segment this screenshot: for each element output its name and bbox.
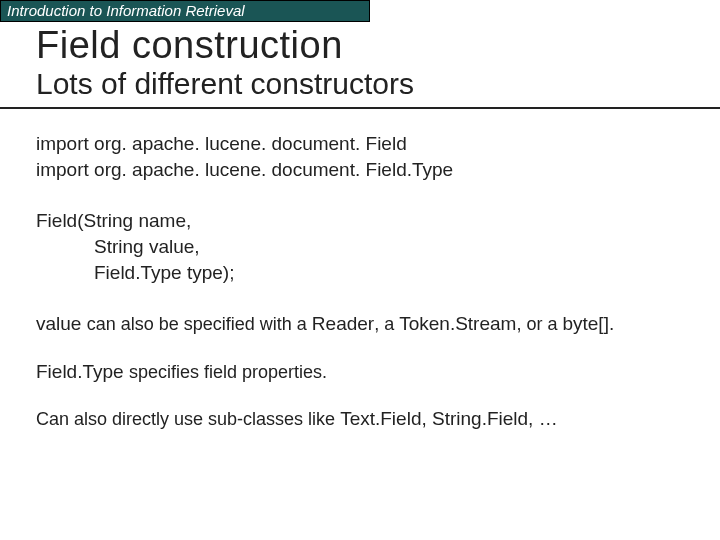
import-block: import org. apache. lucene. document. Fi… [36,131,684,182]
subclass-types: Text.Field, String.Field, … [340,408,558,429]
value-text-3: , or a [516,314,562,334]
reader-type: Reader [312,313,374,334]
value-text-2: , a [374,314,399,334]
import-line-2: import org. apache. lucene. document. Fi… [36,157,684,183]
slide-body: import org. apache. lucene. document. Fi… [0,109,720,432]
fieldtype-note: Field.Type specifies field properties. [36,359,684,385]
slide-title: Field construction [0,22,720,67]
value-keyword: value [36,313,87,334]
sig-line-1: Field(String name, [36,208,684,234]
value-text-1: can also be specified with a [87,314,312,334]
tokenstream-type: Token.Stream [399,313,516,334]
import-line-1: import org. apache. lucene. document. Fi… [36,131,684,157]
value-note: value can also be specified with a Reade… [36,311,684,337]
fieldtype-text: specifies field properties. [129,362,327,382]
fieldtype-keyword: Field.Type [36,361,129,382]
sig-line-3: Field.Type type); [36,260,684,286]
subclass-text: Can also directly use sub-classes like [36,409,340,429]
constructor-signature: Field(String name, String value, Field.T… [36,208,684,285]
slide-subtitle: Lots of different constructors [0,67,720,107]
subclass-note: Can also directly use sub-classes like T… [36,406,684,432]
sig-line-2: String value, [36,234,684,260]
bytearray-type: byte[]. [562,313,614,334]
course-banner: Introduction to Information Retrieval [0,0,370,22]
